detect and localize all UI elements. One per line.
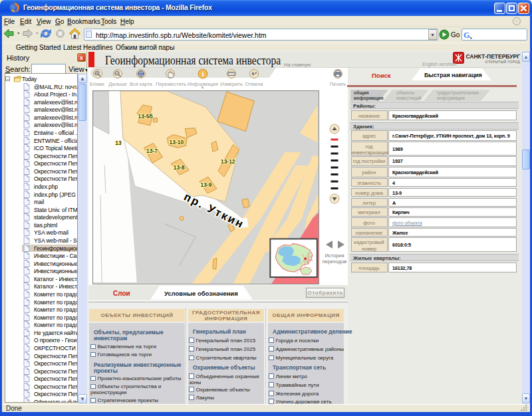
svg-text:Отмена: Отмена	[245, 81, 264, 87]
svg-text:13-12: 13-12	[221, 158, 235, 165]
svg-text:переходов: переходов	[323, 259, 347, 264]
svg-text:13-7: 13-7	[146, 148, 158, 154]
svg-text:Ближе: Ближе	[90, 81, 105, 87]
svg-text:Переместить: Переместить	[156, 81, 186, 87]
svg-text:13-8: 13-8	[174, 164, 185, 171]
svg-text:Печать: Печать	[330, 81, 346, 87]
svg-text:i: i	[201, 70, 203, 78]
svg-text:13: 13	[115, 140, 122, 146]
svg-text:История: История	[325, 253, 344, 259]
svg-text:G: G	[464, 31, 469, 40]
svg-text:13-9: 13-9	[201, 181, 212, 188]
svg-text:Дальше: Дальше	[108, 81, 127, 87]
svg-text:Go: Go	[451, 31, 460, 39]
svg-text:Вся карта: Вся карта	[130, 81, 153, 87]
svg-text:Информация: Информация	[188, 81, 218, 87]
svg-text:13-5б: 13-5б	[138, 113, 153, 120]
svg-text:13-10: 13-10	[170, 139, 184, 146]
svg-text:Измерить: Измерить	[220, 81, 243, 87]
